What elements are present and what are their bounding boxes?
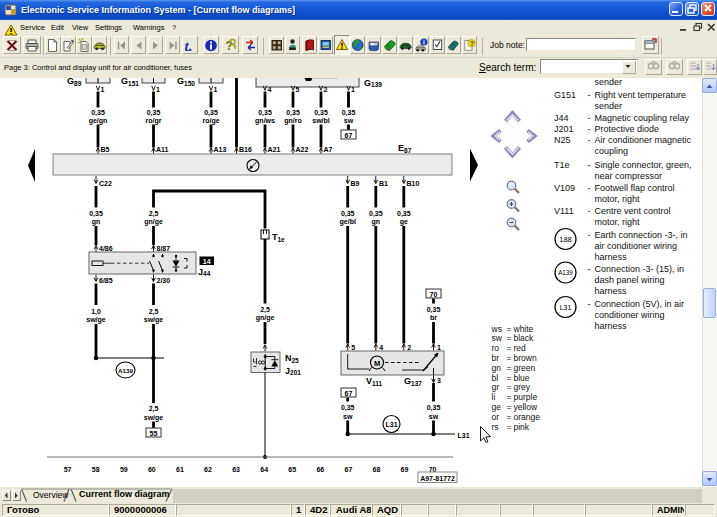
svg-text:motor, right: motor, right <box>595 217 641 227</box>
svg-text:white: white <box>513 324 534 334</box>
svg-text:=: = <box>507 353 512 363</box>
svg-text:1,0: 1,0 <box>91 308 101 316</box>
svg-text:2: 2 <box>324 86 328 93</box>
svg-text:-: - <box>588 264 591 274</box>
svg-text:ge: ge <box>492 402 502 412</box>
svg-text:0,35: 0,35 <box>427 404 441 412</box>
svg-text:sender: sender <box>595 78 623 87</box>
svg-text:sender: sender <box>595 101 623 111</box>
svg-text:4/86: 4/86 <box>99 245 113 252</box>
svg-text:conditioner wiring: conditioner wiring <box>595 310 665 320</box>
svg-text:=: = <box>507 324 512 334</box>
svg-text:Centre vent control: Centre vent control <box>595 206 671 216</box>
svg-text:=: = <box>507 382 512 392</box>
svg-text:N25: N25 <box>554 135 571 145</box>
svg-text:ge: ge <box>400 218 408 226</box>
svg-text:G151: G151 <box>121 78 139 87</box>
svg-text:purple: purple <box>514 392 538 402</box>
svg-text:5: 5 <box>296 86 300 93</box>
svg-text:coupling: coupling <box>595 146 629 156</box>
svg-text:1: 1 <box>437 344 441 351</box>
svg-text:V111: V111 <box>366 376 383 387</box>
svg-text:sw/ge: sw/ge <box>86 316 106 324</box>
svg-text:Earth connection -3-, in: Earth connection -3-, in <box>595 230 688 240</box>
svg-text:67: 67 <box>345 390 353 397</box>
svg-text:L31: L31 <box>458 432 470 439</box>
svg-text:gn: gn <box>372 218 381 226</box>
svg-text:J44: J44 <box>554 113 569 123</box>
svg-text:B9: B9 <box>351 180 360 187</box>
svg-text:0,35: 0,35 <box>397 210 411 218</box>
svg-text:0,35: 0,35 <box>342 109 356 117</box>
svg-text:T1e: T1e <box>272 232 285 243</box>
svg-text:near compressor: near compressor <box>595 171 663 181</box>
svg-text:Protective diode: Protective diode <box>595 124 660 134</box>
svg-text:G150: G150 <box>177 78 195 87</box>
svg-text:=: = <box>507 422 512 432</box>
svg-text:harness: harness <box>595 286 628 296</box>
svg-text:Connection -3- (15), in: Connection -3- (15), in <box>595 264 685 274</box>
svg-text:L31: L31 <box>385 421 397 428</box>
svg-text:B10: B10 <box>407 180 420 187</box>
svg-text:G89: G89 <box>67 78 82 87</box>
svg-text:green: green <box>514 363 536 373</box>
svg-text:60: 60 <box>148 466 156 473</box>
svg-text:grey: grey <box>514 382 531 392</box>
svg-text:3: 3 <box>437 377 441 384</box>
svg-text:motor, right: motor, right <box>595 194 641 204</box>
svg-text:Footwell flap control: Footwell flap control <box>595 183 675 193</box>
svg-text:G151: G151 <box>554 90 576 100</box>
svg-text:gn/ro: gn/ro <box>284 117 302 125</box>
svg-text:A139: A139 <box>118 367 133 374</box>
svg-text:55: 55 <box>150 430 158 437</box>
svg-text:1: 1 <box>214 86 218 93</box>
svg-text:ge/gn: ge/gn <box>89 117 108 125</box>
svg-text:-: - <box>588 206 591 216</box>
svg-text:gn/ws: gn/ws <box>255 117 275 125</box>
svg-text:2/30: 2/30 <box>157 277 171 284</box>
svg-text:2,5: 2,5 <box>260 306 270 314</box>
svg-text:=: = <box>507 373 512 383</box>
svg-text:65: 65 <box>288 466 296 473</box>
svg-text:br: br <box>430 314 437 321</box>
svg-text:G137: G137 <box>404 376 422 387</box>
svg-text:E87: E87 <box>398 143 412 154</box>
svg-text:70: 70 <box>430 291 438 298</box>
svg-text:ro/ge: ro/ge <box>202 117 219 125</box>
svg-text:sw: sw <box>492 333 503 343</box>
svg-text:sw/ge: sw/ge <box>144 414 164 422</box>
svg-text:black: black <box>514 333 535 343</box>
svg-text:br: br <box>492 353 500 363</box>
svg-text:-: - <box>588 160 591 170</box>
svg-text:gr: gr <box>492 382 500 392</box>
svg-text:67: 67 <box>345 466 353 473</box>
svg-text:blue: blue <box>514 373 530 383</box>
svg-text:0,35: 0,35 <box>314 109 328 117</box>
svg-text:sw: sw <box>429 413 439 420</box>
svg-text:4: 4 <box>268 86 272 93</box>
svg-text:=: = <box>507 363 512 373</box>
svg-text:pink: pink <box>514 422 530 432</box>
svg-text:Right vent temperature: Right vent temperature <box>595 90 687 100</box>
svg-text:Air conditioner magnetic: Air conditioner magnetic <box>595 135 692 145</box>
svg-text:14: 14 <box>203 258 211 265</box>
svg-text:-: - <box>588 90 591 100</box>
svg-text:6/85: 6/85 <box>99 277 113 284</box>
svg-text:Single connector, green,: Single connector, green, <box>595 160 692 170</box>
svg-text:5: 5 <box>351 344 355 351</box>
svg-text:brown: brown <box>514 353 537 363</box>
svg-text:sw: sw <box>343 413 353 420</box>
svg-text:A13: A13 <box>214 146 227 153</box>
svg-text:ro: ro <box>492 343 500 353</box>
svg-text:rs: rs <box>492 422 499 432</box>
svg-text:t.: t. <box>184 38 192 54</box>
svg-text:0,35: 0,35 <box>341 210 355 218</box>
svg-text:gn/ge: gn/ge <box>256 314 275 322</box>
svg-text:harness: harness <box>595 321 628 331</box>
svg-text:sw/bl: sw/bl <box>312 117 330 124</box>
svg-text:0,35: 0,35 <box>147 109 161 117</box>
svg-text:A7: A7 <box>324 146 333 153</box>
svg-text:yellow: yellow <box>514 402 538 412</box>
svg-text:A139: A139 <box>558 269 573 276</box>
svg-text:0,35: 0,35 <box>369 210 383 218</box>
